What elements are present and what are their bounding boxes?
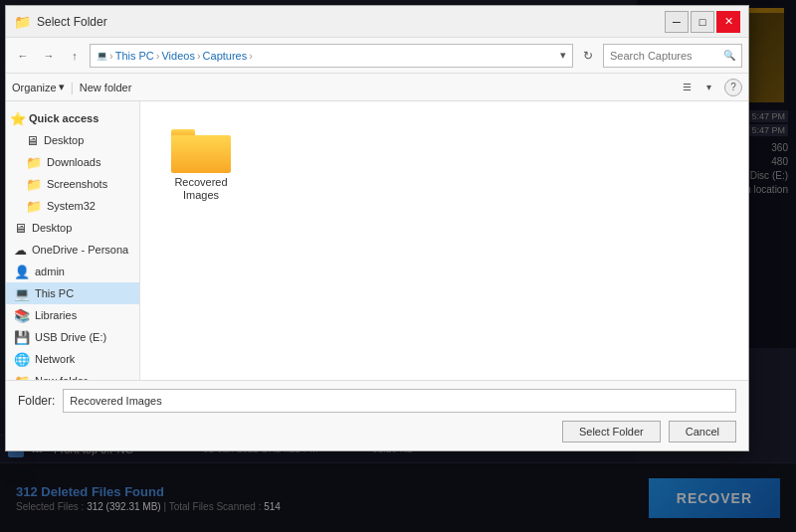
dialog-title: 📁 Select Folder (14, 14, 107, 30)
quick-access-icon: ⭐ (10, 111, 26, 126)
sidebar-label-admin: admin (35, 266, 65, 277)
sidebar-item-desktop2[interactable]: 🖥 Desktop (6, 217, 139, 239)
dialog-footer: Folder: Select Folder Cancel (6, 380, 748, 450)
folder-body (171, 135, 231, 173)
dialog-overlay: 📁 Select Folder ─ □ ✕ ← → ↑ 💻 › This PC … (0, 0, 796, 532)
organize-button[interactable]: Organize ▾ (12, 81, 65, 93)
dialog-window-controls: ─ □ ✕ (665, 11, 740, 33)
organize-chevron-icon: ▾ (59, 81, 65, 93)
sidebar-item-downloads[interactable]: 📁 Downloads (6, 151, 139, 173)
network-icon: 🌐 (14, 352, 30, 367)
screenshots-icon: 📁 (26, 177, 42, 192)
sidebar-label-desktop2: Desktop (32, 222, 72, 234)
usb-icon: 💾 (14, 330, 30, 345)
sidebar-label-this-pc: This PC (35, 287, 74, 299)
organize-toolbar: Organize ▾ | New folder ☰ ▾ ? (6, 74, 748, 101)
sidebar-item-admin[interactable]: 👤 admin (6, 261, 139, 282)
breadcrumb-pc-icon: 💻 (97, 51, 107, 61)
sidebar-item-system32[interactable]: 📁 System32 (6, 195, 139, 217)
folder-recovered-images[interactable]: Recovered Images (156, 117, 246, 208)
search-input[interactable] (610, 50, 723, 62)
footer-buttons: Select Folder Cancel (18, 421, 736, 443)
new-folder-button[interactable]: New folder (80, 82, 132, 93)
refresh-button[interactable]: ↻ (577, 45, 599, 67)
this-pc-icon: 💻 (14, 286, 30, 301)
close-button[interactable]: ✕ (716, 11, 740, 33)
folder-label: Folder: (18, 394, 55, 408)
libraries-icon: 📚 (14, 308, 30, 323)
view-dropdown-button[interactable]: ▾ (698, 79, 718, 96)
sidebar-item-this-pc[interactable]: 💻 This PC (6, 282, 139, 304)
sidebar-label-libraries: Libraries (35, 309, 77, 321)
sidebar-item-onedrive[interactable]: ☁ OneDrive - Persona (6, 239, 139, 261)
dialog-title-text: Select Folder (37, 15, 107, 29)
select-folder-dialog: 📁 Select Folder ─ □ ✕ ← → ↑ 💻 › This PC … (5, 5, 749, 451)
maximize-button[interactable]: □ (691, 11, 714, 33)
sidebar-item-new-folder[interactable]: 📁 New folder (6, 370, 139, 380)
sidebar-label-screenshots: Screenshots (47, 178, 107, 190)
breadcrumb-thispc[interactable]: This PC (115, 50, 154, 62)
downloads-icon: 📁 (26, 155, 42, 170)
folder-input-row: Folder: (18, 389, 736, 413)
sidebar-label-network: Network (35, 353, 75, 365)
sidebar-label-desktop: Desktop (44, 134, 84, 146)
desktop2-icon: 🖥 (14, 221, 27, 236)
view-mode-button[interactable]: ☰ (677, 79, 696, 96)
minimize-button[interactable]: ─ (665, 11, 689, 33)
up-button[interactable]: ↑ (64, 45, 86, 67)
sidebar-item-quick-access[interactable]: ⭐ Quick access (6, 107, 139, 129)
dialog-sidebar: ⭐ Quick access 🖥 Desktop 📁 Downloads 📁 S… (6, 101, 140, 380)
nav-toolbar: ← → ↑ 💻 › This PC › Videos › Captures › … (6, 38, 748, 74)
desktop-icon: 🖥 (26, 133, 39, 148)
breadcrumb-captures[interactable]: Captures (203, 50, 248, 62)
sidebar-item-screenshots[interactable]: 📁 Screenshots (6, 173, 139, 195)
view-controls: ☰ ▾ ? (677, 79, 742, 96)
folder-label-recovered: Recovered Images (162, 176, 240, 202)
select-folder-button[interactable]: Select Folder (562, 421, 661, 443)
back-button[interactable]: ← (12, 45, 34, 67)
folder-input[interactable] (63, 389, 736, 413)
admin-icon: 👤 (14, 265, 30, 279)
system32-icon: 📁 (26, 199, 42, 214)
sidebar-label-usb: USB Drive (E:) (35, 331, 106, 343)
sidebar-label-quick-access: Quick access (29, 112, 99, 124)
help-button[interactable]: ? (724, 79, 742, 96)
forward-button[interactable]: → (38, 45, 60, 67)
sidebar-item-libraries[interactable]: 📚 Libraries (6, 304, 139, 326)
breadcrumb[interactable]: 💻 › This PC › Videos › Captures › ▾ (90, 44, 573, 68)
sidebar-item-usb[interactable]: 💾 USB Drive (E:) (6, 326, 139, 348)
sidebar-label-downloads: Downloads (47, 156, 100, 168)
cancel-button[interactable]: Cancel (669, 421, 736, 443)
sidebar-item-desktop[interactable]: 🖥 Desktop (6, 129, 139, 151)
folder-icon: 📁 (14, 14, 31, 30)
dialog-titlebar: 📁 Select Folder ─ □ ✕ (6, 6, 748, 38)
folder-icon-large (171, 123, 231, 173)
sidebar-label-system32: System32 (47, 200, 96, 212)
dialog-content: ⭐ Quick access 🖥 Desktop 📁 Downloads 📁 S… (6, 101, 748, 380)
breadcrumb-videos[interactable]: Videos (161, 50, 194, 62)
search-bar[interactable]: 🔍 (603, 44, 742, 68)
search-icon: 🔍 (723, 50, 735, 61)
dialog-main-area: Recovered Images (140, 101, 748, 380)
onedrive-icon: ☁ (14, 243, 27, 258)
breadcrumb-dropdown-icon[interactable]: ▾ (560, 49, 566, 62)
sidebar-label-onedrive: OneDrive - Persona (32, 244, 128, 256)
sidebar-item-network[interactable]: 🌐 Network (6, 348, 139, 370)
